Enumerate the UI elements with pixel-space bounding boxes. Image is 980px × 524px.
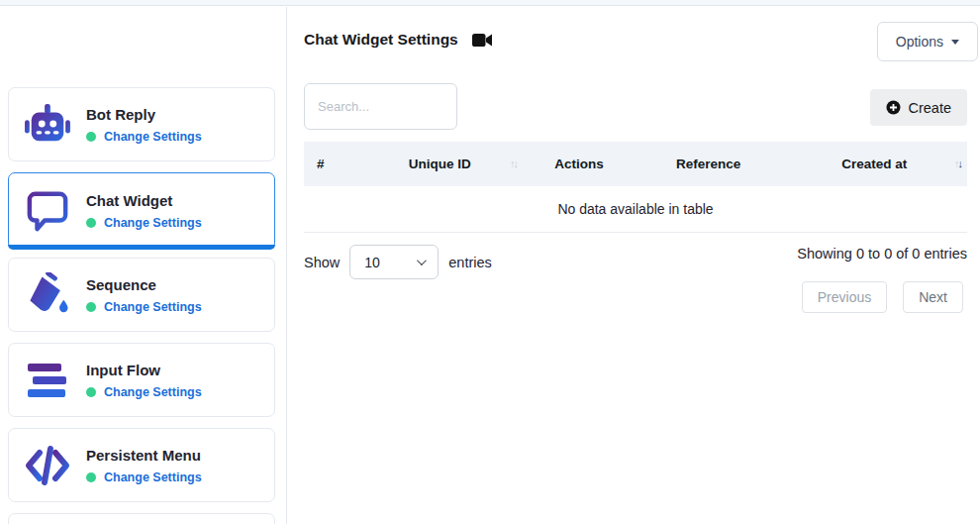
sidebar-item-title: Chat Widget: [86, 192, 202, 209]
sidebar-item-bot-reply[interactable]: Bot Reply Change Settings: [8, 87, 275, 161]
sidebar-divider: [286, 7, 287, 524]
robot-icon: [23, 103, 72, 147]
caret-down-icon: [951, 40, 959, 45]
sidebar: Bot Reply Change Settings Chat Widget Ch…: [0, 7, 286, 524]
sidebar-item-title: Input Flow: [86, 362, 202, 378]
entries-label: entries: [448, 255, 492, 270]
chat-bubble-icon: [23, 189, 72, 233]
page-title: Chat Widget Settings: [304, 31, 458, 49]
sort-icon[interactable]: ↑↓: [510, 157, 517, 169]
pagination-controls: Previous Next: [802, 281, 963, 313]
status-dot: [86, 387, 96, 397]
page-size-row: Show 10 entries: [304, 245, 492, 279]
status-dot: [86, 302, 96, 312]
sort-icon[interactable]: ↑↓: [954, 157, 961, 169]
sidebar-item-partial[interactable]: [8, 513, 275, 524]
show-label: Show: [304, 255, 340, 270]
page-size-select[interactable]: 10: [349, 245, 439, 279]
search-input[interactable]: [304, 83, 457, 130]
change-settings-link[interactable]: Change Settings: [104, 300, 202, 314]
table-header-row: # Unique ID ↑↓ Actions Reference Created…: [304, 142, 967, 186]
create-button[interactable]: Create: [870, 89, 967, 126]
options-button-label: Options: [896, 34, 943, 50]
column-header-index[interactable]: #: [304, 157, 357, 171]
status-dot: [86, 132, 96, 142]
next-button[interactable]: Next: [903, 281, 963, 313]
sidebar-item-persistent-menu[interactable]: Persistent Menu Change Settings: [8, 428, 275, 502]
change-settings-link[interactable]: Change Settings: [104, 130, 202, 144]
status-dot: [86, 472, 96, 482]
page-size-value: 10: [364, 255, 380, 270]
create-button-label: Create: [908, 100, 951, 116]
code-icon: [23, 446, 72, 485]
top-strip: [0, 0, 980, 6]
sidebar-item-input-flow[interactable]: Input Flow Change Settings: [8, 343, 275, 417]
sidebar-item-sequence[interactable]: Sequence Change Settings: [8, 258, 275, 332]
page-title-row: Chat Widget Settings: [304, 31, 493, 49]
page: Bot Reply Change Settings Chat Widget Ch…: [0, 0, 980, 524]
sidebar-item-title: Persistent Menu: [86, 447, 202, 464]
change-settings-link[interactable]: Change Settings: [104, 216, 202, 230]
options-button[interactable]: Options: [877, 22, 978, 61]
bars-icon: [23, 362, 72, 399]
change-settings-link[interactable]: Change Settings: [104, 385, 202, 399]
table-empty-message: No data available in table: [304, 186, 967, 233]
paint-bucket-icon: [23, 272, 72, 318]
previous-button[interactable]: Previous: [802, 281, 887, 313]
column-header-actions[interactable]: Actions: [523, 157, 636, 171]
status-dot: [86, 218, 96, 228]
sidebar-item-title: Sequence: [86, 276, 202, 293]
column-header-reference[interactable]: Reference: [636, 157, 781, 171]
sidebar-item-title: Bot Reply: [86, 106, 202, 123]
chevron-down-icon: [417, 256, 427, 265]
column-header-created-at[interactable]: Created at ↑↓: [781, 157, 967, 171]
data-table: # Unique ID ↑↓ Actions Reference Created…: [304, 142, 967, 233]
plus-circle-icon: [886, 100, 901, 115]
video-camera-icon: [472, 33, 493, 48]
change-settings-link[interactable]: Change Settings: [104, 471, 202, 484]
entries-summary: Showing 0 to 0 of 0 entries: [797, 246, 967, 262]
column-header-unique-id[interactable]: Unique ID ↑↓: [357, 157, 524, 171]
active-indicator-bar: [8, 245, 275, 250]
sidebar-item-chat-widget[interactable]: Chat Widget Change Settings: [8, 172, 275, 250]
